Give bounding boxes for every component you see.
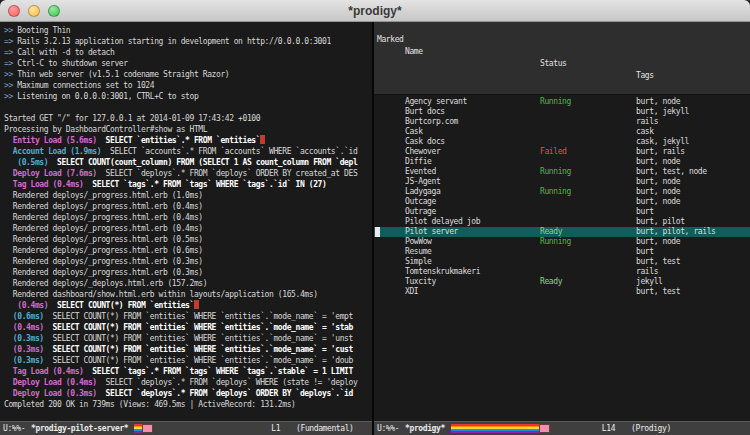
- log-line: (0.3ms) SELECT COUNT(*) FROM `entities` …: [4, 355, 372, 366]
- service-row[interactable]: Burtcorp.comrails: [374, 117, 750, 127]
- service-tags: cask: [636, 127, 654, 137]
- service-row[interactable]: Pilot delayed jobburt, pilot: [374, 217, 750, 227]
- service-row[interactable]: Cask docscask, jekyll: [374, 137, 750, 147]
- service-tags: burt: [636, 207, 654, 217]
- log-line: Completed 200 OK in 739ms (Views: 469.5m…: [4, 399, 372, 410]
- service-row[interactable]: Simpleburt, test: [374, 257, 750, 267]
- log-line: Rendered deploys/_progress.html.erb (0.4…: [4, 223, 372, 234]
- service-row[interactable]: Diffieburt, node: [374, 157, 750, 167]
- service-name: Tomtenskrukmakeri: [405, 267, 480, 277]
- service-row[interactable]: Outrageburt: [374, 207, 750, 217]
- service-name: PowWow: [405, 237, 432, 247]
- cursor-block: [375, 227, 380, 237]
- column-header-marked[interactable]: Marked: [377, 34, 404, 46]
- service-name: JS-Agent: [405, 177, 440, 187]
- service-status: Failed: [540, 147, 567, 157]
- service-name: Cask docs: [405, 137, 445, 147]
- log-line: Started GET "/" for 127.0.0.1 at 2014-01…: [4, 113, 372, 124]
- close-button[interactable]: [8, 5, 20, 17]
- log-line: => Ctrl-C to shutdown server: [4, 58, 372, 69]
- modeline-major-mode: (Fundamental): [296, 424, 353, 433]
- log-line: Entity Load (5.6ms) SELECT `entities`.* …: [4, 135, 372, 146]
- service-status: Running: [540, 167, 571, 177]
- service-row[interactable]: ChewoverFailedburt, rails: [374, 147, 750, 157]
- log-line: Tag Load (0.4ms) SELECT `tags`.* FROM `t…: [4, 366, 372, 377]
- log-line: >> Thin web server (v1.5.1 codename Stra…: [4, 69, 372, 80]
- service-tags: burt, node: [636, 237, 680, 247]
- service-status: Running: [540, 97, 571, 107]
- service-tags: burt, jekyll: [636, 107, 689, 117]
- log-line: (0.5ms) SELECT COUNT(count_column) FROM …: [4, 157, 372, 168]
- service-name: Burtcorp.com: [405, 117, 458, 127]
- service-name: Resume: [405, 247, 432, 257]
- modeline-line-number: L14: [602, 424, 615, 433]
- service-name: Outcage: [405, 197, 436, 207]
- service-row-selected[interactable]: Pilot serverReadyburt, pilot, rails: [374, 227, 750, 237]
- service-row[interactable]: XDIburt, test: [374, 287, 750, 297]
- titlebar[interactable]: *prodigy*: [0, 0, 750, 22]
- log-line: Rendered dashboard/show.html.erb within …: [4, 289, 372, 300]
- service-row[interactable]: Resumeburt: [374, 247, 750, 257]
- modeline-major-mode: (Prodigy): [631, 424, 671, 433]
- service-row[interactable]: JS-Agentburt, node: [374, 177, 750, 187]
- service-row[interactable]: EventedRunningburt, test, node: [374, 167, 750, 177]
- services-header: Marked Name Status Tags: [374, 22, 750, 95]
- service-name: Pilot delayed job: [405, 217, 480, 227]
- log-line: Rendered deploys/_progress.html.erb (0.4…: [4, 201, 372, 212]
- service-tags: burt, node: [636, 97, 680, 107]
- left-modeline[interactable]: U:%%- *prodigy-pilot-server* L1 (Fundame…: [0, 421, 372, 435]
- service-row[interactable]: TuxcityReadyjekyll: [374, 277, 750, 287]
- log-line: => Call with -d to detach: [4, 47, 372, 58]
- service-status: Ready: [540, 277, 562, 287]
- service-name: Diffie: [405, 157, 432, 167]
- right-modeline[interactable]: U:%%- *prodigy* L14 (Prodigy): [374, 421, 750, 435]
- log-line: Rendered deploys/_progress.html.erb (0.3…: [4, 267, 372, 278]
- service-row[interactable]: Tomtenskrukmakerirails: [374, 267, 750, 277]
- modeline-buffer-name: *prodigy-pilot-server*: [31, 424, 128, 433]
- service-tags: burt, node: [636, 197, 680, 207]
- service-tags: rails: [636, 267, 658, 277]
- column-header-status[interactable]: Status: [540, 58, 567, 70]
- log-line: (0.4ms) SELECT COUNT(*) FROM `entities`: [4, 300, 372, 311]
- service-tags: jekyll: [636, 277, 663, 287]
- service-tags: burt, test: [636, 287, 680, 297]
- modeline-buffer-name: *prodigy*: [405, 424, 445, 433]
- service-row[interactable]: LadygagaRunningburt, node: [374, 187, 750, 197]
- log-line: (0.4ms) SELECT COUNT(*) FROM `entities` …: [4, 322, 372, 333]
- services-pane: Marked Name Status Tags Agency servantRu…: [374, 22, 750, 435]
- zoom-button[interactable]: [48, 5, 60, 17]
- service-name: Tuxcity: [405, 277, 436, 287]
- service-name: Agency servant: [405, 97, 467, 107]
- log-pane: >> Booting Thin=> Rails 3.2.13 applicati…: [0, 22, 372, 435]
- server-log[interactable]: >> Booting Thin=> Rails 3.2.13 applicati…: [0, 22, 372, 421]
- minimize-button[interactable]: [28, 5, 40, 17]
- service-name: Cask: [405, 127, 423, 137]
- service-status: Running: [540, 237, 571, 247]
- traffic-lights: [8, 5, 60, 17]
- nyan-cat-icon: [142, 424, 153, 433]
- column-header-tags[interactable]: Tags: [636, 70, 654, 82]
- service-name: Chewover: [405, 147, 440, 157]
- service-row[interactable]: Agency servantRunningburt, node: [374, 97, 750, 107]
- nyan-rainbow: [134, 424, 142, 433]
- log-line: Rendered deploys/_progress.html.erb (0.6…: [4, 245, 372, 256]
- log-line: Rendered deploys/_deploys.html.erb (157.…: [4, 278, 372, 289]
- log-line: >> Listening on 0.0.0.0:3001, CTRL+C to …: [4, 91, 372, 102]
- service-tags: burt, node: [636, 177, 680, 187]
- service-row[interactable]: Burt docsburt, jekyll: [374, 107, 750, 117]
- services-rows: Agency servantRunningburt, nodeBurt docs…: [374, 95, 750, 421]
- service-tags: cask, jekyll: [636, 137, 689, 147]
- service-row[interactable]: Caskcask: [374, 127, 750, 137]
- service-name: Outrage: [405, 207, 436, 217]
- column-header-name[interactable]: Name: [405, 46, 423, 58]
- log-line: Rendered deploys/_progress.html.erb (0.5…: [4, 234, 372, 245]
- log-line: Tag Load (0.4ms) SELECT `tags`.* FROM `t…: [4, 179, 372, 190]
- service-name: Evented: [405, 167, 436, 177]
- log-line: Deploy Load (7.6ms) SELECT `deploys`.* F…: [4, 168, 372, 179]
- service-status: Running: [540, 187, 571, 197]
- service-row[interactable]: Outcageburt, node: [374, 197, 750, 207]
- service-tags: burt, pilot, rails: [636, 227, 716, 237]
- log-line: [4, 102, 372, 113]
- service-row[interactable]: PowWowRunningburt, node: [374, 237, 750, 247]
- log-line: >> Booting Thin: [4, 25, 372, 36]
